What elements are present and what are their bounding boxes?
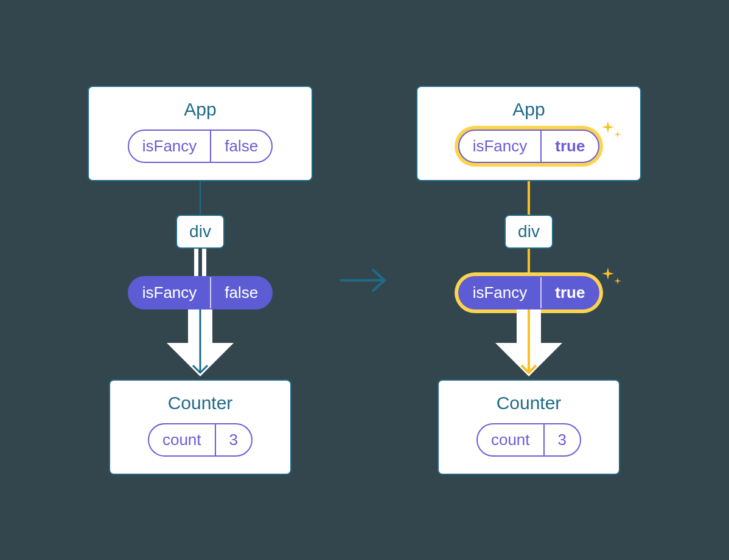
counter-state-pill: count 3 bbox=[476, 423, 581, 457]
div-node-after: div bbox=[504, 215, 553, 249]
connector bbox=[200, 181, 201, 215]
arrow-icon bbox=[480, 309, 577, 379]
counter-title: Counter bbox=[168, 393, 233, 413]
counter-node-after: Counter count 3 bbox=[438, 379, 620, 475]
counter-title: Counter bbox=[497, 393, 562, 413]
state-value: true bbox=[542, 131, 598, 162]
prop-key: isFancy bbox=[129, 277, 211, 308]
connector-changed bbox=[528, 249, 530, 276]
sparkle-icon bbox=[599, 119, 624, 143]
counter-state-pill: count 3 bbox=[148, 423, 253, 457]
prop-value: true bbox=[542, 277, 598, 308]
tree-before: App isFancy false div isFancy false bbox=[88, 86, 313, 475]
state-value: false bbox=[211, 131, 271, 162]
arrow-right-icon bbox=[337, 262, 392, 299]
state-preservation-diagram: App isFancy false div isFancy false bbox=[88, 86, 641, 475]
div-node-before: div bbox=[176, 215, 225, 249]
arrow-to-counter-changed bbox=[480, 309, 577, 379]
prop-key: isFancy bbox=[459, 277, 541, 308]
arrow-to-counter bbox=[152, 309, 249, 379]
counter-node-before: Counter count 3 bbox=[109, 379, 291, 475]
sparkle-icon bbox=[599, 265, 624, 289]
state-value: 3 bbox=[216, 424, 251, 455]
state-key: count bbox=[478, 424, 543, 455]
passed-prop-pill-before: isFancy false bbox=[128, 276, 273, 309]
passed-prop-pill-after: isFancy true bbox=[458, 276, 600, 309]
connector-changed bbox=[528, 181, 530, 215]
state-key: isFancy bbox=[129, 131, 211, 162]
arrow-icon bbox=[152, 309, 249, 379]
prop-value: false bbox=[211, 277, 271, 308]
app-state-pill-changed: isFancy true bbox=[458, 130, 600, 163]
connector-double bbox=[194, 249, 206, 276]
state-key: isFancy bbox=[459, 131, 541, 162]
transition-arrow bbox=[337, 262, 392, 299]
state-value: 3 bbox=[545, 424, 580, 455]
app-title: App bbox=[512, 99, 545, 120]
state-key: count bbox=[149, 424, 215, 455]
app-state-pill: isFancy false bbox=[128, 130, 273, 163]
tree-after: App isFancy true div isFancy bbox=[416, 86, 641, 475]
app-node-after: App isFancy true bbox=[416, 86, 641, 181]
app-title: App bbox=[184, 99, 216, 120]
app-node-before: App isFancy false bbox=[88, 86, 313, 181]
